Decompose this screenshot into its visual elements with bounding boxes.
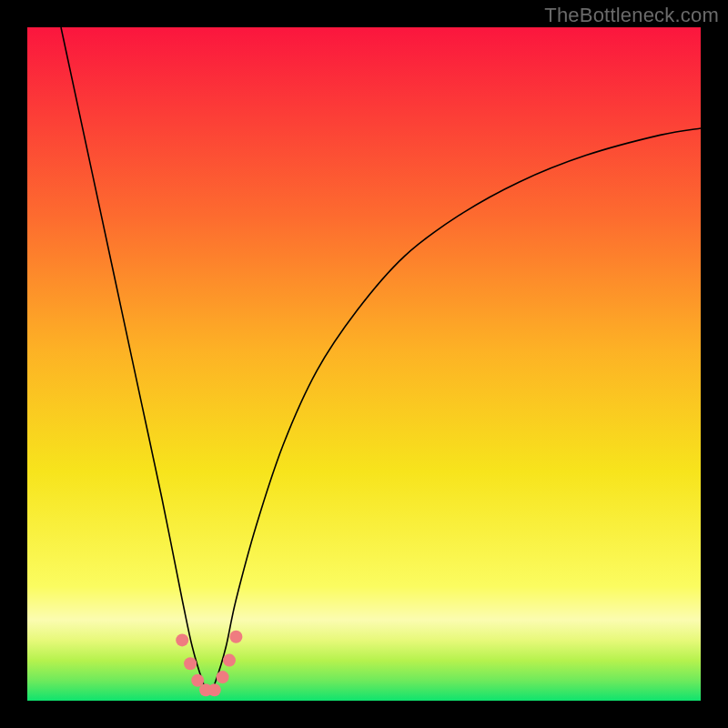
heat-gradient-background: [27, 27, 701, 701]
curve-marker: [217, 671, 229, 683]
curve-marker: [184, 657, 197, 670]
curve-marker: [223, 654, 236, 667]
curve-marker: [208, 683, 221, 696]
curve-marker: [229, 631, 242, 643]
bottleneck-plot: [27, 27, 701, 701]
curve-marker: [176, 633, 188, 646]
chart-frame: TheBottleneck.com: [0, 0, 728, 728]
watermark-text: TheBottleneck.com: [544, 4, 719, 27]
